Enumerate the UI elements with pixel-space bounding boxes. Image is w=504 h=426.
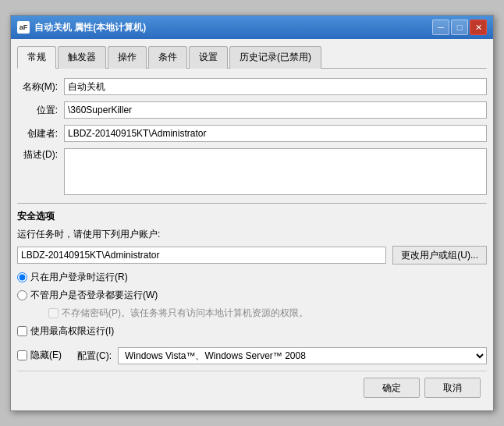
radio-always[interactable] bbox=[17, 290, 27, 300]
tab-triggers[interactable]: 触发器 bbox=[58, 46, 106, 69]
name-row: 名称(M): bbox=[17, 78, 487, 95]
location-label: 位置: bbox=[17, 104, 64, 117]
change-user-button[interactable]: 更改用户或组(U)... bbox=[392, 246, 487, 264]
name-label: 名称(M): bbox=[17, 80, 64, 94]
description-row: 描述(D): bbox=[17, 148, 487, 195]
author-input[interactable] bbox=[64, 125, 487, 142]
ok-button[interactable]: 确定 bbox=[364, 378, 420, 398]
radio2-label[interactable]: 不管用户是否登录都要运行(W) bbox=[30, 289, 158, 302]
security-section: 安全选项 运行任务时，请使用下列用户账户: 更改用户或组(U)... 只在用户登… bbox=[17, 210, 487, 338]
tab-history[interactable]: 历史记录(已禁用) bbox=[229, 46, 321, 69]
tab-settings[interactable]: 设置 bbox=[189, 46, 228, 69]
no-store-password-row: 不存储密码(P)。该任务将只有访问本地计算机资源的权限。 bbox=[17, 307, 487, 320]
window-icon: aF bbox=[17, 21, 30, 34]
dialog-content: 常规 触发器 操作 条件 设置 历史记录(已禁用) 名称(M): 位置: 创建者… bbox=[11, 39, 493, 410]
hidden-checkbox[interactable] bbox=[17, 350, 27, 360]
tab-general[interactable]: 常规 bbox=[17, 46, 56, 69]
location-input[interactable] bbox=[64, 101, 487, 119]
radio-logged-in[interactable] bbox=[17, 272, 27, 282]
section-divider bbox=[17, 203, 487, 204]
author-label: 创建者: bbox=[17, 127, 64, 140]
no-store-password-checkbox[interactable] bbox=[48, 308, 59, 318]
description-textarea[interactable] bbox=[64, 148, 487, 195]
no-store-password-label: 不存储密码(P)。该任务将只有访问本地计算机资源的权限。 bbox=[62, 307, 308, 320]
maximize-button[interactable]: □ bbox=[451, 20, 468, 35]
main-window: aF 自动关机 属性(本地计算机) ─ □ ✕ 常规 触发器 操作 条件 设置 … bbox=[10, 15, 494, 411]
highest-privileges-label[interactable]: 使用最高权限运行(I) bbox=[30, 325, 114, 338]
user-input[interactable] bbox=[17, 247, 386, 264]
highest-privileges-row: 使用最高权限运行(I) bbox=[17, 325, 487, 338]
hidden-label[interactable]: 隐藏(E) bbox=[30, 349, 62, 362]
tab-actions[interactable]: 操作 bbox=[108, 46, 147, 69]
user-row: 更改用户或组(U)... bbox=[17, 246, 487, 264]
cancel-button[interactable]: 取消 bbox=[424, 378, 481, 398]
author-row: 创建者: bbox=[17, 125, 487, 142]
config-label: 配置(C): bbox=[77, 350, 112, 363]
security-info: 运行任务时，请使用下列用户账户: bbox=[17, 228, 487, 241]
radio1-row: 只在用户登录时运行(R) bbox=[17, 271, 487, 284]
minimize-button[interactable]: ─ bbox=[432, 20, 449, 35]
title-bar-left: aF 自动关机 属性(本地计算机) bbox=[17, 21, 146, 34]
config-row: 配置(C): Windows Vista™、Windows Server™ 20… bbox=[77, 347, 487, 364]
title-bar: aF 自动关机 属性(本地计算机) ─ □ ✕ bbox=[11, 16, 493, 39]
highest-privileges-checkbox[interactable] bbox=[17, 326, 27, 336]
bottom-buttons: 确定 取消 bbox=[17, 371, 487, 404]
hidden-row: 隐藏(E) bbox=[17, 349, 62, 362]
radio2-row: 不管用户是否登录都要运行(W) bbox=[17, 289, 487, 302]
description-label: 描述(D): bbox=[17, 148, 64, 162]
name-input[interactable] bbox=[64, 78, 487, 95]
tab-bar: 常规 触发器 操作 条件 设置 历史记录(已禁用) bbox=[17, 45, 487, 69]
radio1-label[interactable]: 只在用户登录时运行(R) bbox=[30, 271, 128, 284]
location-row: 位置: bbox=[17, 101, 487, 119]
title-buttons: ─ □ ✕ bbox=[432, 20, 487, 35]
security-title: 安全选项 bbox=[17, 210, 487, 223]
tab-conditions[interactable]: 条件 bbox=[148, 46, 187, 69]
config-select[interactable]: Windows Vista™、Windows Server™ 2008 Wind… bbox=[118, 347, 487, 364]
close-button[interactable]: ✕ bbox=[470, 20, 487, 35]
window-title: 自动关机 属性(本地计算机) bbox=[34, 21, 146, 34]
